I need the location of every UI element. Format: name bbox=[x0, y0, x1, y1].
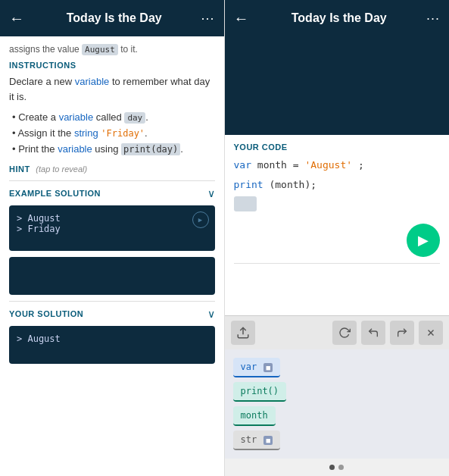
left-header-title: Today Is the Day bbox=[27, 11, 201, 25]
left-content: assigns the value August to it. INSTRUCT… bbox=[0, 36, 224, 476]
code-line-2: print (month); bbox=[234, 177, 441, 193]
kw-month-button[interactable]: month bbox=[233, 406, 276, 426]
keyword-row-2: print() bbox=[231, 380, 444, 404]
hint-section[interactable]: HINT (tap to reveal) bbox=[9, 163, 215, 174]
right-more-button[interactable]: ··· bbox=[426, 11, 440, 27]
left-more-button[interactable]: ··· bbox=[201, 11, 214, 27]
right-header: ← Today Is the Day ··· bbox=[225, 0, 450, 36]
left-panel: ← Today Is the Day ··· assigns the value… bbox=[0, 0, 225, 476]
example-extra-block bbox=[9, 257, 215, 295]
assigns-text: assigns the value August to it. bbox=[9, 44, 215, 55]
code-line-1: var month = 'August' ; bbox=[234, 158, 441, 173]
keyword-row-3: month bbox=[231, 404, 444, 428]
bullet-3: • Print the variable using print(day). bbox=[9, 142, 215, 158]
assigns-code: August bbox=[82, 44, 118, 55]
kw-var-button[interactable]: var ■ bbox=[233, 358, 280, 377]
right-back-button[interactable]: ← bbox=[234, 10, 252, 27]
toolbar bbox=[225, 315, 450, 349]
play-icon[interactable]: ▶ bbox=[192, 211, 209, 228]
variable-link-1: variable bbox=[75, 76, 110, 87]
right-panel: ← Today Is the Day ··· YOUR CODE var mon… bbox=[225, 0, 450, 476]
output-box bbox=[234, 196, 257, 211]
keyword-row-1: var ■ bbox=[231, 355, 444, 380]
video-placeholder bbox=[225, 36, 450, 135]
example-chevron-icon: ∨ bbox=[207, 187, 215, 199]
str-tag: ■ bbox=[263, 436, 272, 445]
dot-2 bbox=[338, 465, 344, 470]
your-solution-header[interactable]: YOUR SOLUTION ∨ bbox=[9, 302, 215, 326]
your-solution-output: > August bbox=[9, 326, 215, 364]
dots-row bbox=[225, 459, 450, 476]
example-solution-header[interactable]: EXAMPLE SOLUTION ∨ bbox=[9, 181, 215, 205]
left-back-button[interactable]: ← bbox=[9, 10, 27, 27]
kw-print-button[interactable]: print() bbox=[233, 382, 287, 402]
example-solution-section: EXAMPLE SOLUTION ∨ > August > Friday ▶ bbox=[9, 180, 215, 295]
run-btn-row: ▶ bbox=[234, 218, 441, 264]
redo-button[interactable] bbox=[390, 321, 414, 345]
your-code-label: YOUR CODE bbox=[234, 142, 441, 152]
keyword-row-4: str ■ bbox=[231, 428, 444, 453]
delete-button[interactable] bbox=[419, 321, 443, 345]
undo-button[interactable] bbox=[361, 321, 385, 345]
instructions-text: Declare a new variable to remember what … bbox=[9, 74, 215, 104]
bullet-2: • Assign it the string 'Friday'. bbox=[9, 126, 215, 142]
instructions-label: INSTRUCTIONS bbox=[9, 61, 215, 70]
upload-button[interactable] bbox=[231, 321, 255, 345]
hint-tap: (tap to reveal) bbox=[36, 164, 87, 174]
kw-str-button[interactable]: str ■ bbox=[233, 431, 280, 450]
example-code-block: > August > Friday ▶ bbox=[9, 205, 215, 251]
bullet-1: • Create a variable called day. bbox=[9, 110, 215, 126]
your-solution-section: YOUR SOLUTION ∨ > August bbox=[9, 301, 215, 364]
dot-1 bbox=[329, 465, 335, 470]
refresh-button[interactable] bbox=[332, 321, 357, 345]
right-code-area: YOUR CODE var month = 'August' ; print (… bbox=[225, 135, 450, 315]
var-tag: ■ bbox=[263, 363, 272, 372]
left-header: ← Today Is the Day ··· bbox=[0, 0, 224, 36]
keywords-area: var ■ print() month str ■ bbox=[225, 349, 450, 459]
run-button[interactable]: ▶ bbox=[407, 224, 440, 257]
your-solution-label: YOUR SOLUTION bbox=[9, 309, 83, 318]
example-output: > August > Friday bbox=[17, 213, 61, 234]
right-header-title: Today Is the Day bbox=[252, 11, 426, 25]
hint-label: HINT bbox=[9, 164, 30, 174]
example-label: EXAMPLE SOLUTION bbox=[9, 189, 101, 198]
your-solution-chevron-icon: ∨ bbox=[207, 308, 215, 320]
